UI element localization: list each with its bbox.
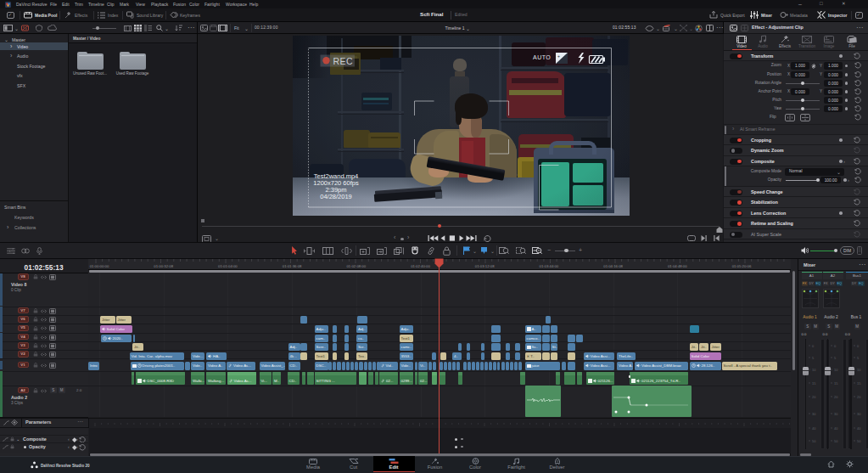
svg-text:20: 20	[834, 395, 838, 399]
svg-text:AUTO: AUTO	[533, 54, 551, 60]
svg-text:0: 0	[812, 344, 815, 348]
svg-text:40: 40	[834, 426, 838, 431]
svg-text:20: 20	[812, 395, 816, 399]
svg-text:5: 5	[857, 356, 860, 360]
svg-text:5: 5	[812, 356, 815, 360]
svg-text:15: 15	[812, 381, 816, 386]
svg-text:0: 0	[857, 344, 860, 348]
svg-text:30: 30	[812, 412, 816, 416]
svg-text:50: 50	[857, 439, 861, 443]
svg-text:10: 10	[812, 368, 816, 372]
svg-text:50: 50	[834, 439, 838, 443]
svg-text:30: 30	[834, 412, 838, 416]
svg-text:40: 40	[857, 426, 861, 431]
svg-text:15: 15	[857, 381, 861, 386]
svg-text:+: +	[557, 53, 560, 59]
svg-text:10: 10	[834, 368, 838, 372]
svg-text:0: 0	[834, 344, 837, 348]
svg-text:5: 5	[834, 356, 837, 360]
svg-text:50: 50	[812, 439, 816, 443]
svg-text:10: 10	[857, 368, 861, 372]
svg-text:04/28/2019: 04/28/2019	[320, 193, 352, 200]
svg-text:30: 30	[857, 412, 861, 416]
svg-text:40: 40	[812, 426, 816, 431]
svg-text:15: 15	[834, 381, 838, 386]
svg-text:20: 20	[857, 395, 861, 399]
